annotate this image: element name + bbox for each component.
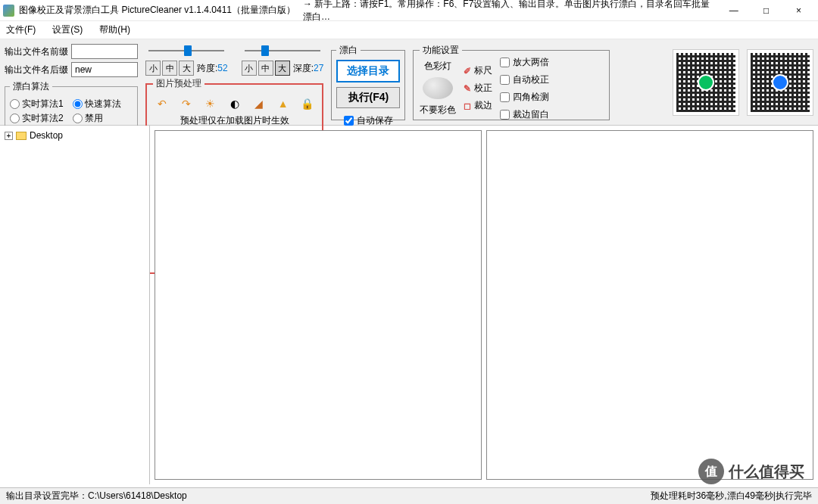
maximize-button[interactable]: □ — [750, 0, 782, 21]
window-title: 图像校正及背景漂白工具 PictureCleaner v1.1.4.0411（批… — [19, 4, 295, 17]
span-large-button[interactable]: 大 — [179, 61, 194, 76]
watermark-text: 什么值得买 — [729, 462, 804, 482]
depth-label: 深度: — [293, 63, 314, 73]
wechat-icon — [698, 74, 714, 91]
radio-fast[interactable]: 快速算法 — [73, 98, 121, 110]
qr-area — [673, 44, 813, 120]
close-button[interactable]: × — [782, 0, 815, 21]
alipay-icon — [772, 74, 788, 91]
sharpen-icon[interactable]: ◢ — [253, 98, 265, 110]
source-pane[interactable] — [155, 130, 482, 480]
alipay-qr — [747, 49, 813, 116]
algorithm-legend: 漂白算法 — [10, 80, 52, 93]
depth-large-button[interactable]: 大 — [275, 61, 290, 76]
depth-mid-button[interactable]: 中 — [258, 61, 273, 76]
redo-icon[interactable]: ↷ — [180, 98, 192, 110]
radio-disable[interactable]: 禁用 — [73, 112, 103, 125]
bleach-legend: 漂白 — [336, 44, 361, 57]
brightness-icon[interactable]: ☀ — [204, 98, 217, 110]
tree-root-row[interactable]: + Desktop — [5, 130, 145, 141]
depth-slider[interactable] — [245, 44, 320, 58]
function-legend: 功能设置 — [420, 44, 462, 57]
algorithm-group: 漂白算法 实时算法1 快速算法 实时算法2 禁用 — [5, 80, 138, 130]
minimize-button[interactable]: — — [717, 0, 750, 21]
wechat-qr — [673, 49, 739, 116]
output-suffix-input[interactable] — [71, 62, 138, 77]
status-right: 预处理耗时36毫秒,漂白49毫秒|执行完毕 — [651, 490, 812, 502]
lock-icon[interactable]: 🔒 — [301, 98, 314, 110]
watermark-icon: 值 — [698, 459, 724, 484]
zoom2x-checkbox[interactable]: 放大两倍 — [500, 56, 549, 69]
preprocess-legend: 图片预处理 — [153, 77, 204, 90]
auto-correct-checkbox[interactable]: 自动校正 — [500, 73, 549, 86]
span-label: 跨度: — [197, 63, 217, 73]
correct-button[interactable]: ✎校正 — [464, 82, 492, 95]
watermark: 值 什么值得买 — [698, 459, 804, 484]
status-left: 输出目录设置完毕：C:\Users\61418\Desktop — [6, 490, 187, 502]
app-icon — [3, 5, 14, 17]
depth-small-button[interactable]: 小 — [242, 61, 257, 76]
output-suffix-label: 输出文件名后缀 — [5, 64, 68, 76]
crop-button[interactable]: ◻裁边 — [464, 99, 492, 112]
span-mid-button[interactable]: 中 — [162, 61, 177, 76]
output-prefix-input[interactable] — [71, 44, 138, 59]
span-slider[interactable] — [148, 44, 224, 58]
menu-help[interactable]: 帮助(H) — [96, 22, 133, 38]
colorlight-label: 色彩灯 — [424, 60, 451, 73]
corner-detect-checkbox[interactable]: 四角检测 — [500, 91, 549, 104]
menu-settings[interactable]: 设置(S) — [49, 22, 86, 38]
menu-file[interactable]: 文件(F) — [3, 22, 39, 38]
undo-icon[interactable]: ↶ — [156, 98, 168, 110]
radio-rt2[interactable]: 实时算法2 — [10, 112, 64, 125]
contrast-icon[interactable]: ◐ — [229, 98, 241, 110]
depth-value: 27 — [314, 63, 323, 73]
window-hint: → 新手上路：请按F1。常用操作：F6、F7设置输入、输出目录。单击图片执行漂白… — [303, 0, 717, 23]
toolbar: 输出文件名前缀 输出文件名后缀 漂白算法 实时算法1 快速算法 实时算法2 禁用 — [0, 39, 818, 126]
result-pane[interactable] — [486, 130, 813, 480]
select-dir-button[interactable]: 选择目录 — [336, 60, 400, 82]
ruler-button[interactable]: ✐标尺 — [464, 64, 492, 77]
execute-button[interactable]: 执行(F4) — [336, 87, 400, 108]
radio-rt1[interactable]: 实时算法1 — [10, 98, 64, 110]
menu-bar: 文件(F) 设置(S) 帮助(H) — [0, 21, 818, 39]
bleach-group: 漂白 选择目录 执行(F4) 自动保存 — [331, 44, 405, 120]
colorlight-icon[interactable] — [423, 77, 453, 99]
folder-icon — [16, 132, 27, 140]
expand-icon[interactable]: + — [5, 132, 13, 140]
no-color-label: 不要彩色 — [420, 104, 456, 117]
warn-icon[interactable]: ▲ — [277, 98, 289, 110]
folder-tree[interactable]: + Desktop — [0, 126, 150, 484]
function-group: 功能设置 色彩灯 不要彩色 ✐标尺 ✎校正 ◻裁边 放大两倍 自动校正 四角检测… — [413, 44, 610, 120]
main-area: + Desktop — [0, 126, 818, 484]
output-prefix-label: 输出文件名前缀 — [5, 45, 68, 58]
span-small-button[interactable]: 小 — [145, 61, 161, 76]
title-bar: 图像校正及背景漂白工具 PictureCleaner v1.1.4.0411（批… — [0, 0, 818, 21]
tree-root-label: Desktop — [30, 130, 63, 141]
status-bar: 输出目录设置完毕：C:\Users\61418\Desktop 预处理耗时36毫… — [0, 487, 818, 504]
span-value: 52 — [217, 63, 227, 73]
crop-blank-checkbox[interactable]: 裁边留白 — [500, 108, 549, 121]
